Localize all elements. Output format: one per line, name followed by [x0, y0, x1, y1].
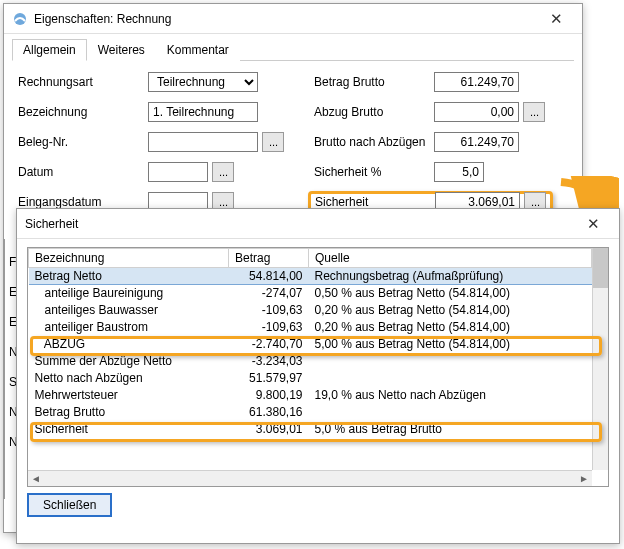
app-icon — [12, 11, 28, 27]
sicherheit-table-container: Bezeichnung Betrag Quelle Betrag Netto54… — [27, 247, 609, 487]
cell-betrag: 3.069,01 — [229, 421, 309, 438]
table-row[interactable]: Sicherheit3.069,015,0 % aus Betrag Brutt… — [29, 421, 592, 438]
belegnr-lookup-button[interactable]: ... — [262, 132, 284, 152]
cell-quelle: 0,50 % aus Betrag Netto (54.814,00) — [309, 285, 592, 302]
cell-bezeichnung: ABZUG — [29, 336, 229, 353]
cell-betrag: 9.800,19 — [229, 387, 309, 404]
input-datum[interactable] — [148, 162, 208, 182]
cell-bezeichnung: anteilige Baureinigung — [29, 285, 229, 302]
table-row[interactable]: Betrag Netto54.814,00Rechnungsbetrag (Au… — [29, 268, 592, 285]
label-eingangsdatum: Eingangsdatum — [18, 195, 148, 209]
cell-quelle: 19,0 % aus Netto nach Abzügen — [309, 387, 592, 404]
tab-weiteres[interactable]: Weiteres — [87, 39, 156, 61]
sicherheit-table: Bezeichnung Betrag Quelle Betrag Netto54… — [28, 248, 592, 438]
titlebar: Eigenschaften: Rechnung ✕ — [4, 4, 582, 34]
select-rechnungsart[interactable]: Teilrechnung — [148, 72, 258, 92]
cell-betrag: -3.234,03 — [229, 353, 309, 370]
input-betrag-brutto[interactable] — [434, 72, 519, 92]
tab-strip: Allgemein Weiteres Kommentar — [12, 38, 574, 61]
table-row[interactable]: Mehrwertsteuer9.800,1919,0 % aus Netto n… — [29, 387, 592, 404]
cell-bezeichnung: Sicherheit — [29, 421, 229, 438]
label-sicherheit-pct: Sicherheit % — [314, 165, 434, 179]
cell-bezeichnung: anteiliger Baustrom — [29, 319, 229, 336]
table-row[interactable]: ABZUG-2.740,705,00 % aus Betrag Netto (5… — [29, 336, 592, 353]
overlay-title: Sicherheit — [25, 217, 573, 231]
cell-betrag: -2.740,70 — [229, 336, 309, 353]
label-belegnr: Beleg-Nr. — [18, 135, 148, 149]
cell-bezeichnung: Summe der Abzüge Netto — [29, 353, 229, 370]
table-row[interactable]: anteilige Baureinigung-274,070,50 % aus … — [29, 285, 592, 302]
label-betrag-brutto: Betrag Brutto — [314, 75, 434, 89]
vertical-scrollbar[interactable] — [592, 248, 608, 470]
horizontal-scrollbar[interactable]: ◄► — [28, 470, 592, 486]
tab-allgemein[interactable]: Allgemein — [12, 39, 87, 61]
input-belegnr[interactable] — [148, 132, 258, 152]
table-row[interactable]: Betrag Brutto61.380,16 — [29, 404, 592, 421]
tab-kommentar[interactable]: Kommentar — [156, 39, 240, 61]
titlebar-overlay: Sicherheit ✕ — [17, 209, 619, 239]
close-icon[interactable]: ✕ — [536, 7, 576, 31]
input-bezeichnung[interactable] — [148, 102, 258, 122]
cell-betrag: 61.380,16 — [229, 404, 309, 421]
cell-betrag: -109,63 — [229, 302, 309, 319]
cell-bezeichnung: Betrag Netto — [29, 268, 229, 285]
window-title: Eigenschaften: Rechnung — [34, 12, 536, 26]
label-bezeichnung: Bezeichnung — [18, 105, 148, 119]
datum-picker-button[interactable]: ... — [212, 162, 234, 182]
sicherheit-dialog: Sicherheit ✕ Bezeichnung Betrag Quelle B… — [16, 208, 620, 544]
cell-quelle: Rechnungsbetrag (Aufmaßprüfung) — [309, 268, 592, 285]
label-sicherheit: Sicherheit — [315, 195, 435, 209]
cell-quelle: 0,20 % aus Betrag Netto (54.814,00) — [309, 302, 592, 319]
cell-quelle — [309, 370, 592, 387]
input-brutto-nach-abzuegen[interactable] — [434, 132, 519, 152]
cell-betrag: -274,07 — [229, 285, 309, 302]
col-bezeichnung[interactable]: Bezeichnung — [29, 249, 229, 268]
cell-quelle: 5,0 % aus Betrag Brutto — [309, 421, 592, 438]
cell-bezeichnung: Netto nach Abzügen — [29, 370, 229, 387]
cell-bezeichnung: Mehrwertsteuer — [29, 387, 229, 404]
cell-betrag: -109,63 — [229, 319, 309, 336]
cell-betrag: 51.579,97 — [229, 370, 309, 387]
cell-quelle: 0,20 % aus Betrag Netto (54.814,00) — [309, 319, 592, 336]
label-rechnungsart: Rechnungsart — [18, 75, 148, 89]
table-row[interactable]: anteiliger Baustrom-109,630,20 % aus Bet… — [29, 319, 592, 336]
table-row[interactable]: Netto nach Abzügen51.579,97 — [29, 370, 592, 387]
cell-betrag: 54.814,00 — [229, 268, 309, 285]
table-row[interactable]: anteiliges Bauwasser-109,630,20 % aus Be… — [29, 302, 592, 319]
close-icon[interactable]: ✕ — [573, 212, 613, 236]
table-row[interactable]: Summe der Abzüge Netto-3.234,03 — [29, 353, 592, 370]
cell-bezeichnung: Betrag Brutto — [29, 404, 229, 421]
cell-quelle: 5,00 % aus Betrag Netto (54.814,00) — [309, 336, 592, 353]
label-abzug-brutto: Abzug Brutto — [314, 105, 434, 119]
input-abzug-brutto[interactable] — [434, 102, 519, 122]
cell-bezeichnung: anteiliges Bauwasser — [29, 302, 229, 319]
input-sicherheit-pct[interactable] — [434, 162, 484, 182]
close-button[interactable]: Schließen — [27, 493, 112, 517]
abzug-brutto-button[interactable]: ... — [523, 102, 545, 122]
col-quelle[interactable]: Quelle — [309, 249, 592, 268]
cell-quelle — [309, 404, 592, 421]
cell-quelle — [309, 353, 592, 370]
label-brutto-nach-abzuegen: Brutto nach Abzügen — [314, 135, 434, 149]
col-betrag[interactable]: Betrag — [229, 249, 309, 268]
label-datum: Datum — [18, 165, 148, 179]
